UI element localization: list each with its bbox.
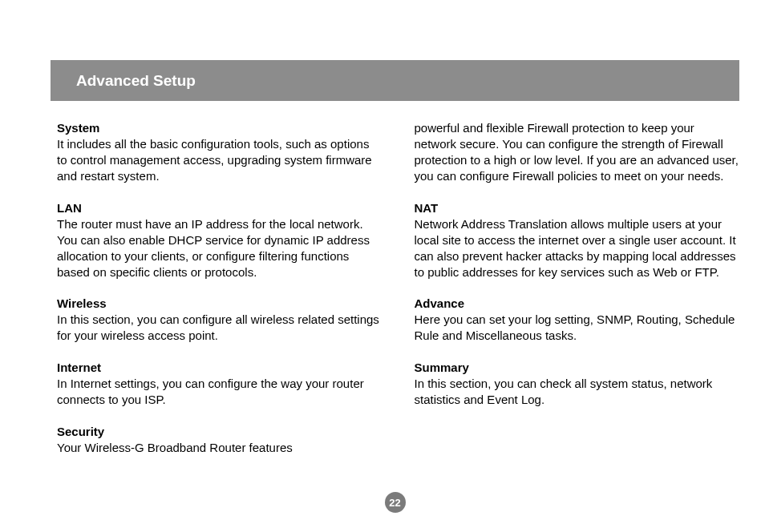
- section-advance: Advance Here you can set your log settin…: [415, 296, 740, 344]
- security-continuation: powerful and flexible Firewall protectio…: [415, 120, 740, 184]
- page-number-badge: 22: [385, 492, 406, 513]
- page-number: 22: [389, 497, 400, 509]
- section-body: The router must have an IP address for t…: [57, 217, 370, 279]
- page-container: Advanced Setup System It includes all th…: [51, 60, 739, 532]
- section-body: powerful and flexible Firewall protectio…: [415, 121, 739, 183]
- page-title: Advanced Setup: [76, 72, 196, 90]
- left-column: System It includes all the basic configu…: [57, 120, 382, 474]
- section-heading: NAT: [415, 201, 439, 215]
- section-heading: Wireless: [57, 296, 107, 310]
- section-lan: LAN The router must have an IP address f…: [57, 200, 382, 280]
- section-heading: System: [57, 121, 99, 135]
- section-system: System It includes all the basic configu…: [57, 120, 382, 184]
- section-body: In this section, you can check all syste…: [415, 377, 713, 406]
- header-bar: Advanced Setup: [57, 60, 739, 101]
- section-body: In Internet settings, you can configure …: [57, 377, 364, 406]
- section-summary: Summary In this section, you can check a…: [415, 360, 740, 408]
- section-body: It includes all the basic configuration …: [57, 137, 372, 183]
- section-security: Security Your Wireless-G Broadband Route…: [57, 424, 382, 456]
- section-nat: NAT Network Address Translation allows m…: [415, 200, 740, 280]
- section-body: Here you can set your log setting, SNMP,…: [415, 312, 735, 342]
- section-wireless: Wireless In this section, you can config…: [57, 296, 382, 344]
- section-body: Your Wireless-G Broadband Router feature…: [57, 441, 293, 454]
- section-heading: Advance: [415, 296, 465, 310]
- content-columns: System It includes all the basic configu…: [57, 120, 739, 474]
- section-internet: Internet In Internet settings, you can c…: [57, 360, 382, 408]
- section-body: In this section, you can configure all w…: [57, 312, 379, 342]
- right-column: powerful and flexible Firewall protectio…: [415, 120, 740, 474]
- header-accent-bar: [51, 60, 57, 101]
- section-heading: Summary: [415, 361, 469, 374]
- section-heading: Security: [57, 425, 104, 438]
- section-body: Network Address Translation allows multi…: [415, 217, 736, 279]
- section-heading: Internet: [57, 361, 101, 374]
- section-heading: LAN: [57, 201, 82, 215]
